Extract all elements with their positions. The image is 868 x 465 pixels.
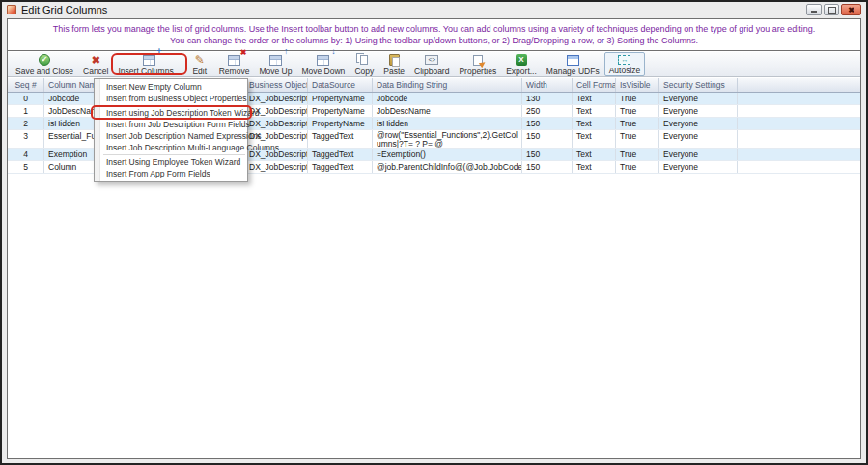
cell-isvisible: True (616, 161, 659, 173)
header-business-object[interactable]: Business Object (245, 78, 308, 92)
form-body: This form lets you manage the list of gr… (7, 18, 861, 459)
cell-datasource: TaggedText (308, 161, 373, 173)
menu-item-label: Insert from Business Object Properties (106, 94, 247, 103)
menu-item-label: Insert from Job Description Form Fields (106, 120, 250, 129)
edit-button[interactable]: Edit (185, 52, 214, 76)
insert-columns-button[interactable]: Insert Columns... (113, 52, 184, 76)
menu-item-insert-job-description-multi-language-columns[interactable]: Insert Job Description Multi-Language Co… (95, 142, 247, 153)
menu-item-insert-from-app-form-fields[interactable]: Insert From App Form Fields (95, 168, 247, 179)
header-filler (738, 78, 860, 92)
cell-seq: 3 (8, 130, 44, 148)
header-seq[interactable]: Seq # (8, 78, 44, 92)
move-up-icon (266, 53, 285, 67)
app-icon (7, 5, 16, 14)
menu-item-label: Insert From App Form Fields (106, 169, 210, 178)
save-icon (35, 53, 54, 67)
window-controls (806, 4, 861, 15)
header-data-binding-string[interactable]: Data Binding String (373, 78, 522, 92)
remove-icon (225, 53, 244, 67)
cell-width: 250 (522, 105, 573, 117)
cell-security: Everyone (659, 130, 738, 148)
cell-binding: @job.ParentChildInfo@(@Job.JobCode@) (373, 161, 522, 173)
export-button[interactable]: Export... (501, 52, 542, 76)
menu-item-insert-from-job-description-form-fields[interactable]: Insert from Job Description Form Fields (95, 119, 247, 130)
menu-item-insert-using-employee-token-wizard[interactable]: Insert Using Employee Token Wizard (95, 156, 247, 168)
copy-button[interactable]: Copy (350, 52, 378, 76)
header-datasource[interactable]: DataSource (308, 78, 373, 92)
menu-separator (103, 154, 245, 155)
header-width[interactable]: Width (522, 78, 573, 92)
cell-seq: 4 (8, 149, 44, 160)
cell-filler (738, 130, 860, 148)
menu-item-insert-job-description-named-expressions[interactable]: Insert Job Description Named Expressions (95, 130, 247, 142)
instructions-panel: This form lets you manage the list of gr… (8, 19, 860, 51)
menu-item-label: Insert Job Description Multi-Language Co… (106, 143, 279, 152)
cell-format: Text (573, 118, 616, 129)
cell-filler (738, 161, 860, 173)
autosize-icon (615, 53, 634, 66)
cell-seq: 2 (8, 118, 44, 129)
header-cell-format[interactable]: Cell Format (573, 78, 616, 92)
minimize-button-icon[interactable] (806, 4, 822, 15)
move-up-button[interactable]: Move Up (254, 52, 296, 76)
cell-binding: Jobcode (373, 93, 522, 104)
menu-item-label: Insert Using Employee Token Wizard (106, 157, 240, 167)
cell-security: Everyone (659, 105, 738, 117)
cell-format: Text (573, 130, 616, 148)
move-down-icon (314, 53, 333, 67)
cell-format: Text (573, 105, 616, 117)
save-and-close-button[interactable]: Save and Close (11, 52, 78, 76)
cell-binding: JobDescName (373, 105, 522, 117)
cell-binding: isHidden (373, 118, 522, 129)
cell-business-object: DX_JobDescription (245, 161, 308, 173)
menu-item-label: Insert New Empty Column (106, 82, 202, 92)
cell-datasource: PropertyName (308, 93, 373, 104)
cell-isvisible: True (616, 149, 659, 160)
instructions-line2: You can change the order or the columns … (8, 35, 860, 46)
cell-width: 130 (522, 93, 573, 104)
cell-isvisible: True (616, 130, 659, 148)
export-icon (512, 53, 531, 67)
header-isvisible[interactable]: IsVisible (616, 78, 659, 92)
menu-separator (103, 105, 245, 106)
cell-datasource: PropertyName (308, 105, 373, 117)
menu-item-label: Insert using Job Description Token Wizar… (106, 108, 260, 118)
autosize-button[interactable]: Autosize (604, 52, 646, 76)
window-title: Edit Grid Columns (21, 4, 107, 15)
cell-business-object: DX_JobDescription (245, 118, 308, 129)
cell-datasource: TaggedText (308, 149, 373, 160)
cell-filler (738, 93, 860, 104)
cell-width: 150 (522, 161, 573, 173)
properties-button[interactable]: Properties (454, 52, 501, 76)
cell-width: 150 (522, 149, 573, 160)
cell-seq: 1 (8, 105, 44, 117)
cell-security: Everyone (659, 161, 738, 173)
move-down-button[interactable]: Move Down (296, 52, 350, 76)
cell-width: 150 (522, 118, 573, 129)
cancel-icon (86, 53, 105, 67)
cell-isvisible: True (616, 93, 659, 104)
cell-filler (738, 105, 860, 117)
menu-item-insert-new-empty-column[interactable]: Insert New Empty Column (95, 81, 247, 93)
cell-width: 150 (522, 130, 573, 148)
paste-button[interactable]: Paste (378, 52, 409, 76)
cell-format: Text (573, 149, 616, 160)
menu-item-insert-from-business-object-properties[interactable]: Insert from Business Object Properties (95, 93, 247, 104)
paste-icon (384, 53, 404, 67)
clipboard-button[interactable]: Clipboard (409, 52, 454, 76)
insert-columns-menu: Insert New Empty Column Insert from Busi… (94, 78, 248, 182)
manage-udfs-button[interactable]: Manage UDFs (542, 52, 604, 76)
copy-icon (354, 53, 374, 67)
remove-button[interactable]: Remove (214, 52, 255, 76)
edit-icon (190, 53, 210, 67)
titlebar: Edit Grid Columns (2, 2, 866, 17)
cell-datasource: TaggedText (308, 130, 373, 148)
header-security-settings[interactable]: Security Settings (659, 78, 738, 92)
cell-filler (738, 149, 860, 160)
menu-item-insert-using-job-description-token-wizard[interactable]: Insert using Job Description Token Wizar… (95, 107, 247, 119)
cancel-button[interactable]: Cancel (78, 52, 113, 76)
cell-isvisible: True (616, 105, 659, 117)
maximize-button-icon[interactable] (824, 4, 839, 15)
cell-format: Text (573, 93, 616, 104)
close-button-icon[interactable] (841, 4, 861, 15)
